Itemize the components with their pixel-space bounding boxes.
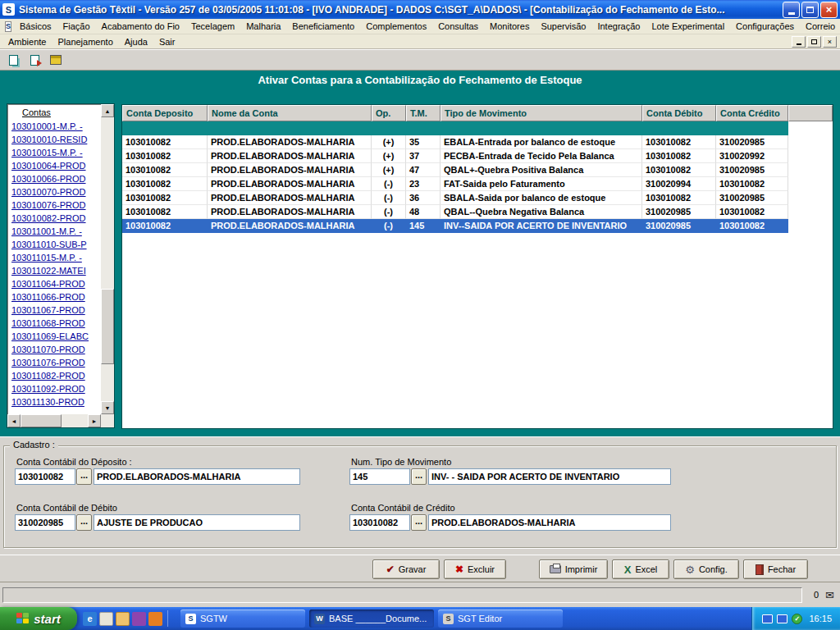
- menu-item[interactable]: Planejamento: [52, 35, 118, 48]
- column-header-conta-debito[interactable]: Conta Débito: [642, 105, 716, 121]
- minimize-button[interactable]: [783, 2, 800, 18]
- config-button[interactable]: ⚙ Config.: [673, 559, 739, 579]
- conta-deposito-code-field[interactable]: [15, 468, 75, 485]
- start-button[interactable]: start: [0, 607, 77, 630]
- tree-item-conta[interactable]: 103010070-PROD: [9, 185, 100, 199]
- tree-item-conta[interactable]: 103011064-PROD: [9, 277, 100, 290]
- tree-vertical-scrollbar[interactable]: ▲ ▼: [101, 104, 114, 414]
- menu-item[interactable]: Fiação: [57, 20, 96, 33]
- table-row[interactable]: 103010082 PROD.ELABORADOS-MALHARIA (-) 4…: [122, 205, 788, 219]
- pages-icon[interactable]: [4, 51, 22, 69]
- tree-item-conta[interactable]: 103011070-PROD: [9, 343, 100, 356]
- table-row[interactable]: 103010082 PROD.ELABORADOS-MALHARIA (-) 3…: [122, 191, 788, 205]
- tree-item-conta[interactable]: 103011130-PROD: [9, 395, 100, 409]
- menu-item[interactable]: Tecelagem: [185, 20, 240, 33]
- scroll-down-button[interactable]: ▼: [101, 401, 114, 414]
- mdi-close-button[interactable]: ×: [823, 36, 837, 48]
- gravar-button[interactable]: ✔ Gravar: [372, 559, 440, 579]
- tree-item-conta[interactable]: 103011068-PROD: [9, 317, 100, 330]
- conta-debito-desc-field[interactable]: [94, 514, 300, 531]
- close-button[interactable]: ×: [820, 2, 838, 18]
- menu-item[interactable]: Básicos: [14, 20, 57, 33]
- conta-credito-desc-field[interactable]: [428, 514, 671, 531]
- column-header-tm[interactable]: T.M.: [406, 105, 441, 121]
- task-button-sgtw[interactable]: S SGTW: [180, 609, 305, 628]
- tree-item-conta[interactable]: 103010076-PROD: [9, 199, 100, 212]
- maximize-button[interactable]: [801, 2, 819, 18]
- conta-deposito-desc-field[interactable]: [94, 468, 300, 485]
- horizontal-scroll-thumb[interactable]: [21, 414, 62, 427]
- column-header-op[interactable]: Op.: [372, 105, 406, 121]
- column-header-conta-credito[interactable]: Conta Crédito: [716, 105, 788, 121]
- mail-icon[interactable]: ✉: [825, 589, 834, 601]
- table-row[interactable]: 103010082 PROD.ELABORADOS-MALHARIA (+) 4…: [122, 163, 788, 177]
- tree-item-conta[interactable]: 103010082-PROD: [9, 212, 100, 225]
- conta-debito-code-field[interactable]: [15, 514, 75, 531]
- task-button-sgt-editor[interactable]: S SGT Editor: [438, 609, 563, 628]
- tree-item-conta[interactable]: 103011082-PROD: [9, 369, 100, 382]
- folder-icon[interactable]: [116, 612, 130, 626]
- fechar-button[interactable]: Fechar: [743, 559, 808, 579]
- clock[interactable]: 16:15: [809, 614, 832, 623]
- tree-horizontal-scrollbar[interactable]: ◄ ►: [7, 414, 101, 427]
- table-row[interactable]: 103010082 PROD.ELABORADOS-MALHARIA (+) 3…: [122, 135, 788, 149]
- tree-item-conta[interactable]: 103010010-RESID: [9, 133, 100, 146]
- vertical-scroll-thumb[interactable]: [101, 289, 114, 364]
- conta-credito-code-field[interactable]: [349, 514, 410, 531]
- menu-item[interactable]: Correio: [800, 20, 840, 33]
- tree-item-conta[interactable]: 103010001-M.P. -: [9, 120, 100, 133]
- display-icon[interactable]: [777, 614, 788, 623]
- excel-button[interactable]: X Excel: [612, 559, 669, 579]
- scroll-right-button[interactable]: ►: [88, 414, 101, 427]
- tree-item-conta[interactable]: 103010015-M.P. -: [9, 146, 100, 159]
- page-arrow-icon[interactable]: [25, 51, 43, 69]
- tree-item-conta[interactable]: 103011001-M.P. -: [9, 225, 100, 238]
- column-header-tipo-movimento[interactable]: Tipo de Movimento: [441, 105, 642, 121]
- menu-item[interactable]: Ambiente: [2, 35, 52, 48]
- ie-icon[interactable]: e: [83, 612, 97, 626]
- mdi-restore-button[interactable]: [807, 36, 821, 48]
- menu-item[interactable]: Acabamento do Fio: [96, 20, 185, 33]
- security-shield-icon[interactable]: ✓: [792, 614, 802, 624]
- menu-item[interactable]: Ajuda: [119, 35, 153, 48]
- column-header-nome-conta[interactable]: Nome da Conta: [208, 105, 372, 121]
- app-shortcut-icon[interactable]: [132, 612, 146, 626]
- menu-item[interactable]: Monitores: [484, 20, 535, 33]
- tree-header-contas[interactable]: Contas: [22, 107, 100, 117]
- mdi-minimize-button[interactable]: [792, 36, 806, 48]
- menu-item[interactable]: Sair: [153, 35, 181, 48]
- menu-item[interactable]: Supervisão: [535, 20, 591, 33]
- menu-item[interactable]: Consultas: [432, 20, 484, 33]
- tree-item-conta[interactable]: 103011022-MATEI: [9, 264, 100, 277]
- tree-item-conta[interactable]: 103011092-PROD: [9, 382, 100, 395]
- menu-item[interactable]: Integração: [591, 20, 646, 33]
- tipo-movimento-desc-field[interactable]: [428, 468, 671, 485]
- network-icon[interactable]: [762, 614, 773, 623]
- grid-empty-row[interactable]: [122, 121, 788, 135]
- menu-item[interactable]: Beneficiamento: [286, 20, 360, 33]
- menu-item[interactable]: Configurações: [730, 20, 800, 33]
- column-header-conta-deposito[interactable]: Conta Deposito: [122, 105, 208, 121]
- tree-item-conta[interactable]: 103010066-PROD: [9, 172, 100, 185]
- scroll-left-button[interactable]: ◄: [7, 414, 21, 427]
- tree-item-conta[interactable]: 103011066-PROD: [9, 290, 100, 304]
- menu-item[interactable]: Malharia: [240, 20, 286, 33]
- tree-item-conta[interactable]: 103011010-SUB-P: [9, 238, 100, 251]
- tree-item-conta[interactable]: 103011015-M.P. -: [9, 251, 100, 264]
- table-row[interactable]: 103010082 PROD.ELABORADOS-MALHARIA (-) 1…: [122, 219, 788, 233]
- conta-debito-browse-button[interactable]: ...: [76, 514, 92, 531]
- media-app-icon[interactable]: [148, 612, 162, 626]
- tipo-movimento-browse-button[interactable]: ...: [411, 468, 427, 485]
- conta-credito-browse-button[interactable]: ...: [411, 514, 427, 531]
- task-button-base-document[interactable]: W BASE ______Docume...: [309, 609, 434, 628]
- conta-deposito-browse-button[interactable]: ...: [76, 468, 92, 485]
- menu-item[interactable]: Lote Experimental: [646, 20, 730, 33]
- table-row[interactable]: 103010082 PROD.ELABORADOS-MALHARIA (+) 3…: [122, 149, 788, 163]
- tree-item-conta[interactable]: 103011069-ELABC: [9, 330, 100, 343]
- tree-item-conta[interactable]: 103011067-PROD: [9, 304, 100, 317]
- imprimir-button[interactable]: Imprimir: [539, 559, 608, 579]
- scroll-up-button[interactable]: ▲: [101, 104, 114, 117]
- yellow-box-icon[interactable]: [47, 51, 65, 69]
- table-row[interactable]: 103010082 PROD.ELABORADOS-MALHARIA (-) 2…: [122, 177, 788, 191]
- menu-item[interactable]: Complementos: [360, 20, 432, 33]
